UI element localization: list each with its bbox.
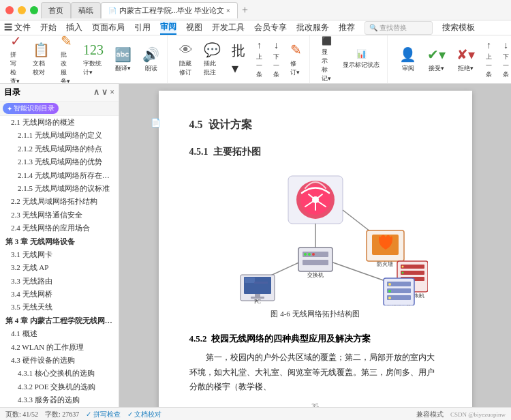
toolbar: ✓ 拼写检查▾ 📋 文档校对 ✎ 批改服务▾ 123 字数统计▾ 🔤 翻译▾ 🔊	[0, 35, 511, 84]
document-area: 📄 4.5 设计方案 4.5.1 主要拓扑图	[119, 84, 511, 407]
menu-member[interactable]: 会员专享	[254, 22, 287, 33]
batch-button[interactable]: 批▾	[227, 40, 250, 80]
svg-rect-19	[303, 260, 328, 265]
add-tab-button[interactable]: +	[242, 5, 248, 16]
tab-draft[interactable]: 稿纸	[71, 2, 101, 18]
svg-rect-27	[254, 282, 268, 284]
search-bar[interactable]: 🔍 查找替换	[365, 21, 433, 35]
correction-service-button[interactable]: ✎ 批改服务▾	[56, 35, 77, 83]
toc-item-3.1[interactable]: 3.1 无线网卡	[0, 248, 119, 261]
close-button[interactable]	[5, 6, 14, 14]
menu-recommend[interactable]: 推荐	[339, 22, 355, 33]
accept-button[interactable]: ✔▾ 接受▾	[422, 44, 450, 75]
toc-item-3.3[interactable]: 3.3 无线路由	[0, 275, 119, 288]
spell-check-button[interactable]: ✓ 拼写检查▾	[5, 35, 27, 83]
toc-item-3.2[interactable]: 3.2 无线 AP	[0, 261, 119, 274]
sidebar-nav-down[interactable]: ∨	[102, 87, 108, 97]
toc-item-4.3[interactable]: 4.3 硬件设备的选购	[0, 354, 119, 367]
sidebar: 目录 ∧ ∨ × ✦ 智能识别目录 2.1 无线网络的概述 2.1.1 无线局域…	[0, 84, 119, 407]
ai-icon: ✦	[7, 105, 12, 112]
toolbar-group-spelling: ✓ 拼写检查▾ 📋 文档校对 ✎ 批改服务▾ 123 字数统计▾ 🔤 翻译▾ 🔊	[3, 35, 168, 83]
sidebar-close[interactable]: ×	[110, 87, 114, 97]
sidebar-nav-up[interactable]: ∧	[93, 87, 99, 97]
menu-insert[interactable]: 插入	[66, 22, 82, 33]
review-button[interactable]: 👤 审阅	[394, 44, 421, 75]
track-changes-button[interactable]: ✎ 修订▾	[285, 40, 307, 79]
toc-item-2.2[interactable]: 2.2 无线局域网络拓扑结构	[0, 195, 119, 208]
toc-item-2.1[interactable]: 2.1 无线网络的概述	[0, 116, 119, 129]
document-paragraph-1: 第一，校园内的户外公共区域的覆盖；第二，局部开放的室内大环境，如大礼堂、大礼室、…	[189, 350, 442, 395]
svg-rect-32	[401, 265, 424, 269]
sidebar-controls: ∧ ∨ ×	[93, 87, 114, 97]
menu-search-template[interactable]: 搜索模板	[442, 22, 475, 33]
svg-rect-26	[245, 278, 255, 283]
svg-point-20	[304, 253, 307, 256]
doc-check-button[interactable]: 📋 文档校对	[28, 40, 55, 79]
toc-item-4.3.2[interactable]: 4.3.2 POE 交换机的选购	[0, 380, 119, 393]
toc-item-2.1.5[interactable]: 2.1.5 无线局域网络的议标准	[0, 182, 119, 195]
toc-item-4.3.1[interactable]: 4.3.1 核心交换机的选购	[0, 367, 119, 380]
svg-text:PC: PC	[254, 299, 261, 305]
word-count-button[interactable]: 123 字数统计▾	[78, 40, 108, 79]
ai-recognize-button[interactable]: ✦ 智能识别目录	[3, 103, 59, 114]
toc-item-ch4[interactable]: 第 4 章 内蒙古工程学院无线网络设计方案	[0, 314, 119, 327]
toc-item-4.3.3[interactable]: 4.3.3 服务器的选购	[0, 393, 119, 406]
read-mode-status[interactable]: 兼容模式	[416, 410, 444, 419]
prev-change-button[interactable]: ↑ 上一条	[481, 38, 497, 81]
insert-comment-button[interactable]: 💬 插此批注	[199, 40, 226, 79]
menu-developer[interactable]: 开发工具	[212, 22, 245, 33]
menu-home[interactable]: 开始	[40, 22, 57, 33]
svg-text:防火墙: 防火墙	[377, 261, 393, 267]
tab-home[interactable]: 首页	[41, 2, 71, 18]
toc-item-2.1.4[interactable]: 2.1.4 无线局域网络所存在的问题	[0, 169, 119, 182]
show-markup-state-button[interactable]: 📊 显示标记状态	[338, 47, 384, 72]
svg-point-21	[308, 253, 311, 256]
tab-draft-label: 稿纸	[78, 5, 93, 16]
show-markup-button[interactable]: ⬛ 显示标记▾	[317, 35, 337, 83]
menu-page-layout[interactable]: 页面布局	[92, 22, 125, 33]
toolbar-group-track: 👁 隐藏修订 💬 插此批注 批▾ ↑ 上一条 ↓ 下一条 ✎ 修订▾	[172, 35, 310, 83]
menu-references[interactable]: 引用	[134, 22, 151, 33]
prev-comment-button[interactable]: ↑ 上一条	[251, 38, 267, 81]
next-change-button[interactable]: ↓ 下一条	[498, 38, 511, 81]
menu-view[interactable]: 视图	[186, 22, 202, 33]
next-comment-button[interactable]: ↓ 下一条	[268, 38, 284, 81]
toc-item-ch3[interactable]: 第 3 章 无线网络设备	[0, 235, 119, 248]
minimize-button[interactable]	[18, 6, 26, 14]
csdn-watermark: CSDN @biyezuopinw	[450, 411, 506, 418]
status-bar: 页数: 41/52 字数: 27637 ✓ 拼写检查 ✓ 文档校对 兼容模式 C…	[0, 407, 511, 420]
svg-text:数据服务器: 数据服务器	[386, 305, 410, 305]
read-aloud-button[interactable]: 🔊 朗读	[138, 44, 164, 75]
toc-item-3.4[interactable]: 3.4 无线网桥	[0, 288, 119, 301]
doc-check-status[interactable]: ✓ 文档校对	[127, 410, 162, 419]
diagram-caption: 图 4-6 无线网络拓扑结构图	[270, 309, 359, 319]
sidebar-toc: 2.1 无线网络的概述 2.1.1 无线局域网络的定义 2.1.2 无线局域网络…	[0, 116, 119, 407]
toc-item-2.1.2[interactable]: 2.1.2 无线局域网络的特点	[0, 142, 119, 155]
toc-item-4.2[interactable]: 4.2 WLAN 的工作原理	[0, 341, 119, 354]
translate-button[interactable]: 🔤 翻译▾	[110, 44, 136, 75]
menu-correction[interactable]: 批改服务	[296, 22, 329, 33]
title-bar: 首页 稿纸 📄 内蒙古工程学院...毕业 毕业论文 × +	[0, 0, 511, 20]
subsection1-title: 4.5.1 主要拓扑图	[189, 146, 442, 158]
svg-rect-33	[401, 271, 424, 275]
section-marker: 📄	[151, 118, 161, 128]
reject-button[interactable]: ✘▾ 拒绝▾	[452, 44, 480, 75]
toc-item-3.5[interactable]: 3.5 无线天线	[0, 301, 119, 314]
toc-item-2.1.1[interactable]: 2.1.1 无线局域网络的定义	[0, 129, 119, 142]
menu-file[interactable]: ☰ 文件	[4, 22, 31, 33]
svg-point-44	[388, 290, 391, 292]
page-info: 页数: 41/52	[5, 410, 38, 419]
toc-item-2.4[interactable]: 2.4 无线网络的应用场合	[0, 222, 119, 235]
toc-item-2.3[interactable]: 2.3 无线网络通信安全	[0, 209, 119, 222]
tab-home-label: 首页	[48, 5, 63, 16]
hide-revisions-button[interactable]: 👁 隐藏修订	[174, 40, 198, 79]
tab-document[interactable]: 📄 内蒙古工程学院...毕业 毕业论文 ×	[101, 2, 238, 18]
spell-check-status[interactable]: ✓ 拼写检查	[86, 410, 121, 419]
document-page: 📄 4.5 设计方案 4.5.1 主要拓扑图	[159, 91, 472, 407]
toc-item-4.1[interactable]: 4.1 概述	[0, 327, 119, 340]
topology-svg: 防火墙 交换机	[203, 169, 428, 305]
toc-item-2.1.3[interactable]: 2.1.3 无线局域网络的优势	[0, 155, 119, 168]
maximize-button[interactable]	[30, 6, 38, 14]
menu-review[interactable]: 审阅	[160, 21, 176, 35]
section-title: 4.5 设计方案	[189, 118, 442, 132]
